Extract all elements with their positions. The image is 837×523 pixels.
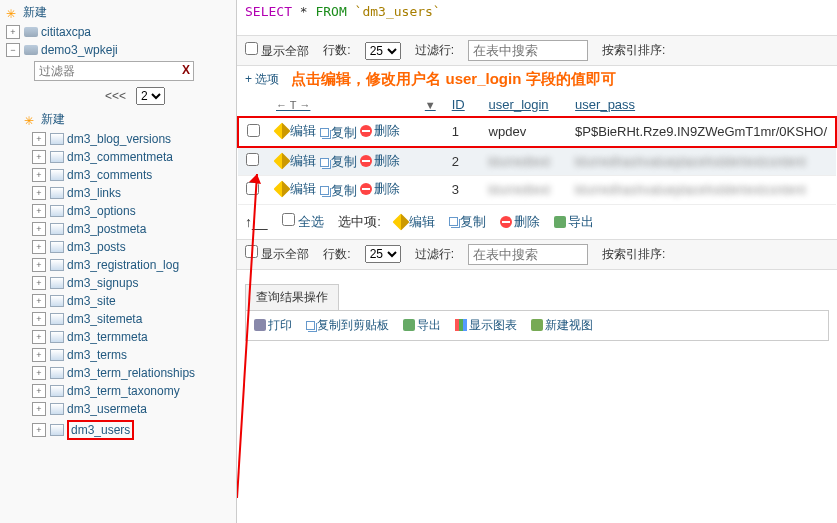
show-all-checkbox[interactable]	[245, 42, 258, 55]
table-row[interactable]: 编辑 复制 删除2blurredtextblurredhashvalueplac…	[238, 147, 836, 176]
table-row[interactable]: 编辑 复制 删除1wpdev$P$BieRHt.Rze9.IN9ZWeGmT1m…	[238, 117, 836, 147]
op-clipboard[interactable]: 复制到剪贴板	[306, 317, 389, 334]
clear-filter-icon[interactable]: X	[182, 63, 190, 77]
expand-icon[interactable]	[6, 25, 20, 39]
sidebar-table-label: dm3_postmeta	[67, 222, 146, 236]
row-copy[interactable]: 复制	[320, 153, 357, 171]
arrow-up-icon: ↑__	[245, 214, 268, 230]
expand-icon[interactable]	[32, 402, 46, 416]
row-delete[interactable]: 删除	[360, 152, 400, 170]
expand-icon[interactable]	[32, 222, 46, 236]
row-copy[interactable]: 复制	[320, 182, 357, 200]
expand-icon[interactable]	[32, 132, 46, 146]
view-icon	[531, 319, 543, 331]
sidebar-table-dm3_sitemeta[interactable]: dm3_sitemeta	[0, 310, 236, 328]
sidebar-table-label: dm3_posts	[67, 240, 126, 254]
options-toggle[interactable]: + 选项	[245, 71, 279, 88]
sidebar-table-dm3_term_relationships[interactable]: dm3_term_relationships	[0, 364, 236, 382]
row-delete[interactable]: 删除	[360, 122, 400, 140]
op-create-view[interactable]: 新建视图	[531, 317, 593, 334]
sort-arrows-icon[interactable]: ← T →	[276, 99, 310, 111]
sidebar-table-label: dm3_sitemeta	[67, 312, 142, 326]
row-checkbox[interactable]	[247, 124, 260, 137]
sidebar-table-dm3_users[interactable]: dm3_users	[0, 418, 236, 442]
expand-icon[interactable]	[32, 168, 46, 182]
sidebar-filter-input[interactable]	[34, 61, 194, 81]
bulk-export[interactable]: 导出	[554, 213, 594, 231]
sidebar-table-dm3_options[interactable]: dm3_options	[0, 202, 236, 220]
rows-select-b[interactable]: 25	[365, 245, 401, 263]
expand-icon[interactable]	[32, 258, 46, 272]
expand-icon[interactable]	[32, 186, 46, 200]
copy-icon	[320, 158, 329, 167]
expand-icon[interactable]	[32, 330, 46, 344]
sidebar-table-dm3_postmeta[interactable]: dm3_postmeta	[0, 220, 236, 238]
sidebar-table-dm3_blog_versions[interactable]: dm3_blog_versions	[0, 130, 236, 148]
bulk-edit[interactable]: 编辑	[395, 213, 435, 231]
sidebar-new[interactable]: 新建	[0, 2, 236, 23]
toolbar-top: 显示全部 行数: 25 过滤行: 按索引排序:	[237, 35, 837, 66]
sidebar-table-dm3_commentmeta[interactable]: dm3_commentmeta	[0, 148, 236, 166]
new-icon	[24, 114, 38, 126]
filter-input[interactable]	[468, 40, 588, 61]
op-print[interactable]: 打印	[254, 317, 292, 334]
expand-icon[interactable]	[32, 348, 46, 362]
col-user-pass[interactable]: user_pass	[575, 97, 635, 112]
pager-page-select[interactable]: 2	[136, 87, 165, 105]
sidebar-table-dm3_terms[interactable]: dm3_terms	[0, 346, 236, 364]
select-all-wrap[interactable]: 全选	[282, 213, 325, 231]
cell-user-pass: $P$BieRHt.Rze9.IN9ZWeGmT1mr/0KSHO/	[567, 117, 836, 147]
expand-icon[interactable]	[32, 384, 46, 398]
sidebar-db-demo3[interactable]: demo3_wpkeji	[0, 41, 236, 59]
pager-prev[interactable]: <<<	[105, 89, 126, 103]
sidebar-table-dm3_signups[interactable]: dm3_signups	[0, 274, 236, 292]
sidebar-table-dm3_comments[interactable]: dm3_comments	[0, 166, 236, 184]
select-all-checkbox[interactable]	[282, 213, 295, 226]
col-user-login[interactable]: user_login	[489, 97, 549, 112]
sidebar-table-dm3_termmeta[interactable]: dm3_termmeta	[0, 328, 236, 346]
filter-input-b[interactable]	[468, 244, 588, 265]
sidebar-table-dm3_usermeta[interactable]: dm3_usermeta	[0, 400, 236, 418]
table-row[interactable]: 编辑 复制 删除3blurredtextblurredhashvalueplac…	[238, 176, 836, 205]
cell-user-pass: blurredhashvalueplaceholdertextcontent	[567, 147, 836, 176]
table-icon	[50, 403, 64, 415]
row-checkbox[interactable]	[246, 182, 259, 195]
op-export[interactable]: 导出	[403, 317, 441, 334]
expand-icon[interactable]	[32, 423, 46, 437]
sidebar-table-dm3_posts[interactable]: dm3_posts	[0, 238, 236, 256]
sidebar-table-dm3_site[interactable]: dm3_site	[0, 292, 236, 310]
row-checkbox[interactable]	[246, 153, 259, 166]
bulk-delete[interactable]: 删除	[500, 213, 540, 231]
show-all-checkbox-b[interactable]	[245, 245, 258, 258]
expand-icon[interactable]	[32, 240, 46, 254]
expand-icon[interactable]	[32, 366, 46, 380]
sidebar-table-label: dm3_blog_versions	[67, 132, 171, 146]
rows-select[interactable]: 25	[365, 42, 401, 60]
expand-icon[interactable]	[32, 150, 46, 164]
expand-icon[interactable]	[32, 312, 46, 326]
row-delete[interactable]: 删除	[360, 180, 400, 198]
col-id[interactable]: ID	[452, 97, 465, 112]
bulk-copy[interactable]: 复制	[449, 213, 486, 231]
row-edit[interactable]: 编辑	[276, 152, 316, 170]
sidebar-db-cititaxcpa[interactable]: cititaxcpa	[0, 23, 236, 41]
sort-desc-icon[interactable]: ▼	[425, 99, 436, 111]
row-edit[interactable]: 编辑	[276, 180, 316, 198]
edit-icon	[274, 152, 291, 169]
table-icon	[50, 313, 64, 325]
sidebar-table-dm3_registration_log[interactable]: dm3_registration_log	[0, 256, 236, 274]
expand-icon[interactable]	[32, 294, 46, 308]
collapse-icon[interactable]	[6, 43, 20, 57]
row-copy[interactable]: 复制	[320, 124, 357, 142]
sort-label: 按索引排序:	[602, 42, 665, 59]
show-all-checkbox-wrap[interactable]: 显示全部	[245, 42, 309, 60]
row-edit[interactable]: 编辑	[276, 122, 316, 140]
expand-icon[interactable]	[32, 204, 46, 218]
sidebar-tables-new[interactable]: 新建	[0, 109, 236, 130]
sidebar-table-dm3_term_taxonomy[interactable]: dm3_term_taxonomy	[0, 382, 236, 400]
cell-id: 1	[444, 117, 481, 147]
op-chart[interactable]: 显示图表	[455, 317, 517, 334]
edit-icon	[274, 181, 291, 198]
sidebar-table-dm3_links[interactable]: dm3_links	[0, 184, 236, 202]
expand-icon[interactable]	[32, 276, 46, 290]
